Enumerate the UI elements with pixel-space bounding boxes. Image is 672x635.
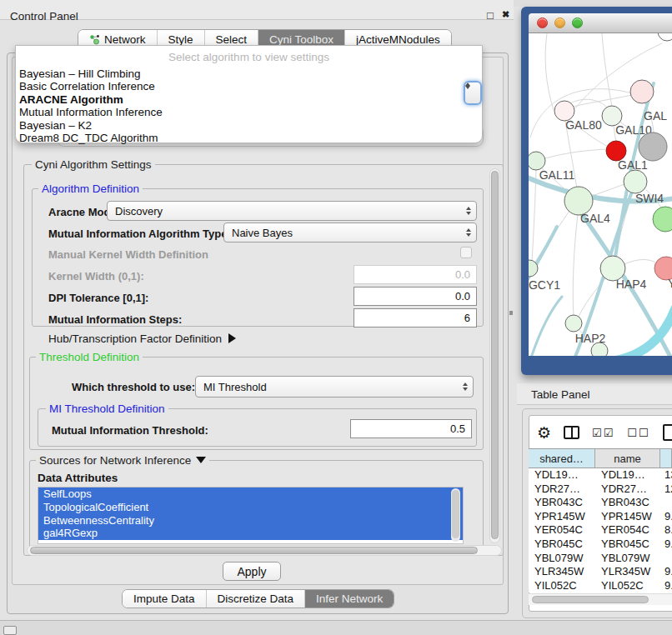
tab-discretize-data[interactable]: Discretize Data <box>206 590 305 608</box>
expanded-arrow-icon <box>196 457 206 463</box>
table-row[interactable]: YDL19…YDL19…13 <box>529 468 672 482</box>
network-node[interactable] <box>653 207 672 232</box>
table-row[interactable]: YIL052CYIL052C9. <box>529 579 672 592</box>
kernel-width-label: Kernel Width (0,1): <box>48 270 144 282</box>
dpi-tolerance-field[interactable]: 0.0 <box>354 287 477 306</box>
table-row[interactable]: YLR345WYLR345W9. <box>529 565 672 579</box>
table-row[interactable]: YER054CYER054C8. <box>529 523 672 538</box>
node-label: GCY1 <box>529 278 560 292</box>
table-row[interactable]: YBR045CYBR045C9. <box>529 538 672 552</box>
document-icon[interactable] <box>663 424 672 441</box>
network-node[interactable] <box>639 132 667 161</box>
network-edge[interactable] <box>530 297 562 356</box>
tab-impute-data-label: Impute Data <box>133 592 195 605</box>
network-node-hap2[interactable] <box>565 315 582 332</box>
table-row[interactable]: YBL079WYBL079W <box>529 552 672 566</box>
table-rows[interactable]: YDL19…YDL19…13YDR27…YDR27…12YBR043CYBR04… <box>529 468 672 592</box>
table-horizontal-scrollbar[interactable] <box>529 593 672 605</box>
mi-steps-field[interactable]: 6 <box>354 308 477 328</box>
network-node-gal4[interactable] <box>564 187 593 215</box>
float-panel-icon[interactable]: □ <box>487 9 494 22</box>
network-canvas[interactable]: GALGAL80GAL10GAL1GAL11SWI4GAL4GCY1HAP4YH… <box>529 33 672 356</box>
sources-legend[interactable]: Sources for Network Inference <box>36 454 209 467</box>
gear-icon[interactable]: ⚙ <box>537 425 551 441</box>
network-node-gal[interactable] <box>630 80 654 103</box>
close-window-button[interactable] <box>537 18 548 28</box>
network-edge[interactable] <box>545 149 607 158</box>
minimize-window-button[interactable] <box>554 18 565 28</box>
node-label: SWI4 <box>635 192 664 205</box>
algorithm-definition-legend: Algorithm Definition <box>38 182 143 195</box>
tab-impute-data[interactable]: Impute Data <box>123 590 206 608</box>
table-cell: YBR045C <box>529 538 595 552</box>
algorithm-option[interactable]: Bayesian – K2 <box>16 119 482 132</box>
network-edge[interactable] <box>602 33 612 107</box>
column-header-name[interactable]: name <box>595 448 660 468</box>
data-attributes-list[interactable]: SelfLoopsTopologicalCoefficientBetweenne… <box>38 487 464 544</box>
algorithm-dropdown-popup: Select algorithm to view settings Bayesi… <box>15 45 483 143</box>
table-row[interactable]: YBR043CYBR043C <box>529 496 672 510</box>
tab-select-label: Select <box>216 33 248 46</box>
settings-horizontal-scrollbar[interactable] <box>27 545 502 556</box>
network-node[interactable] <box>591 342 608 356</box>
data-attribute-item[interactable]: TopologicalCoefficient <box>38 501 463 514</box>
attributes-list-scrollbar[interactable] <box>451 488 460 542</box>
kernel-width-field[interactable]: 0.0 <box>354 265 477 284</box>
table-cell <box>660 496 672 510</box>
table-header-row: shared… name <box>529 448 672 468</box>
status-bar-icon[interactable] <box>3 626 17 635</box>
unchecked-pair-icon[interactable]: ☐☐ <box>627 427 649 439</box>
data-attribute-item[interactable]: gal4RGexp <box>38 527 463 540</box>
node-label: GAL11 <box>539 168 575 182</box>
which-threshold-select[interactable]: MI Threshold <box>195 376 474 398</box>
sources-legend-label: Sources for Network Inference <box>39 454 191 467</box>
checked-pair-icon[interactable]: ☑☑ <box>592 427 614 439</box>
network-edge[interactable] <box>624 259 655 264</box>
table-row[interactable]: YPR145WYPR145W9. <box>529 510 672 524</box>
table-cell: YDL19… <box>529 468 595 482</box>
panel-divider-handle[interactable] <box>509 311 513 315</box>
network-edge[interactable] <box>592 184 624 196</box>
focused-combo-stepper[interactable] <box>464 81 482 105</box>
data-attribute-item[interactable]: BetweennessCentrality <box>38 514 463 528</box>
collapsed-arrow-icon <box>228 333 236 343</box>
apply-button[interactable]: Apply <box>223 562 281 581</box>
algorithm-option[interactable]: ARACNE Algorithm <box>16 93 482 106</box>
column-header-shared-name[interactable]: shared… <box>529 448 595 468</box>
close-panel-icon[interactable]: ✖ <box>502 9 509 20</box>
zoom-window-button[interactable] <box>572 18 583 28</box>
network-edge[interactable] <box>609 308 672 356</box>
network-node-swi4[interactable] <box>624 170 647 193</box>
tab-infer-network[interactable]: Infer Network <box>304 590 394 608</box>
split-columns-icon[interactable] <box>564 426 579 439</box>
aracne-mode-select[interactable]: Discovery <box>107 201 477 221</box>
algorithm-option[interactable]: Mutual Information Inference <box>16 106 482 118</box>
network-node-gal11[interactable] <box>529 152 545 170</box>
network-edge[interactable] <box>532 170 536 262</box>
algorithm-option[interactable]: Dream8 DC_TDC Algorithm <box>16 132 482 144</box>
network-node[interactable] <box>658 33 672 41</box>
table-row[interactable]: YDR27…YDR27…12 <box>529 482 672 497</box>
algorithm-option[interactable]: Bayesian – Hill Climbing <box>16 68 482 80</box>
settings-vertical-scrollbar[interactable] <box>489 168 500 543</box>
network-edge[interactable] <box>574 95 632 107</box>
cyni-algorithm-settings-legend: Cyni Algorithm Settings <box>32 158 155 171</box>
hub-definition-toggle[interactable]: Hub/Transcription Factor Definition <box>48 332 236 345</box>
data-attribute-item[interactable]: SelfLoops <box>38 488 463 501</box>
algorithm-list: Bayesian – Hill ClimbingBasic Correlatio… <box>16 68 482 144</box>
table-cell: YBL079W <box>529 552 595 566</box>
mi-threshold-field[interactable]: 0.5 <box>350 419 472 438</box>
network-edge[interactable] <box>573 215 578 316</box>
tab-discretize-data-label: Discretize Data <box>218 592 294 605</box>
table-cell: YDR27… <box>595 482 660 497</box>
mi-steps-label: Mutual Information Steps: <box>48 313 182 326</box>
column-header-partial[interactable] <box>660 448 672 468</box>
mi-algorithm-type-select[interactable]: Naive Bayes <box>223 222 477 242</box>
table-toolbar: ⚙ ☑☑ ☐☐ <box>537 422 672 443</box>
table-panel-title: Table Panel <box>531 388 590 401</box>
algorithm-option[interactable]: Basic Correlation Inference <box>16 80 482 92</box>
network-window-titlebar[interactable] <box>529 13 672 33</box>
table-cell: 9. <box>660 510 672 524</box>
manual-kernel-width-checkbox[interactable] <box>460 247 472 258</box>
network-edge[interactable] <box>545 33 554 110</box>
